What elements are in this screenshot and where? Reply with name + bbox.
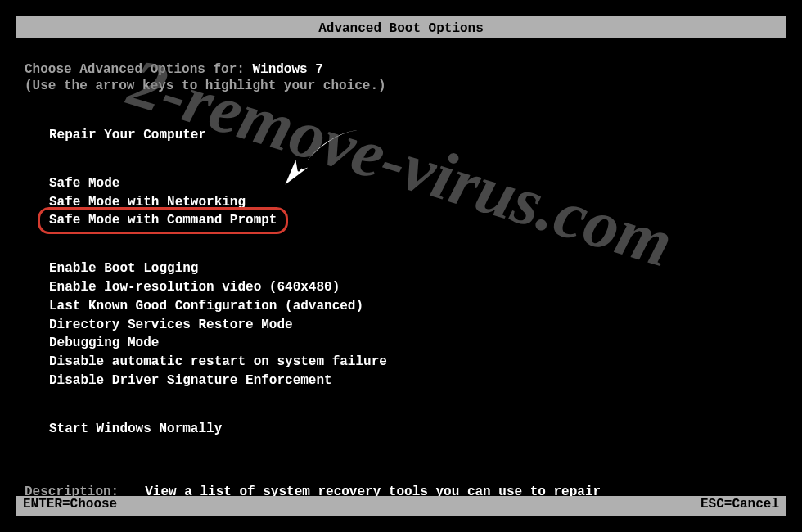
- menu-group: Safe ModeSafe Mode with NetworkingSafe M…: [44, 174, 777, 230]
- footer-esc: ESC=Cancel: [701, 497, 779, 512]
- menu-item[interactable]: Disable automatic restart on system fail…: [44, 353, 777, 372]
- prompt-os: Windows 7: [252, 62, 322, 77]
- menu-item[interactable]: Enable Boot Logging: [44, 259, 777, 278]
- menu-item-label: Disable Driver Signature Enforcement: [44, 372, 337, 390]
- menu-group: Enable Boot LoggingEnable low-resolution…: [44, 259, 777, 390]
- menu-item[interactable]: Start Windows Normally: [44, 420, 777, 439]
- menu-item[interactable]: Repair Your Computer: [44, 126, 777, 145]
- menu-item[interactable]: Safe Mode with Networking: [44, 193, 777, 212]
- menu-group: Repair Your Computer: [44, 126, 777, 145]
- menu-item-label: Debugging Mode: [44, 334, 164, 353]
- highlight-ring: [38, 207, 288, 234]
- menu-item-label: Enable low-resolution video (640x480): [44, 278, 345, 297]
- menu-item-label: Enable Boot Logging: [44, 259, 203, 278]
- menu-item[interactable]: Safe Mode with Command Prompt: [44, 211, 777, 230]
- menu-group: Start Windows Normally: [44, 420, 777, 439]
- content-area: Choose Advanced Options for: Windows 7 (…: [16, 38, 786, 522]
- screen-title: Advanced Boot Options: [318, 21, 484, 36]
- footer-bar: ENTER=Choose ESC=Cancel: [16, 496, 786, 512]
- menu-item[interactable]: Debugging Mode: [44, 334, 777, 353]
- footer-enter: ENTER=Choose: [23, 497, 117, 512]
- menu-item-label: Directory Services Restore Mode: [44, 316, 298, 335]
- menu-item[interactable]: Last Known Good Configuration (advanced): [44, 297, 777, 316]
- prompt-prefix: Choose Advanced Options for:: [25, 62, 252, 77]
- menu-item-label: Safe Mode with Networking: [44, 193, 250, 212]
- menu-item-label: Safe Mode with Command Prompt: [44, 211, 282, 230]
- boot-screen-frame: Advanced Boot Options Choose Advanced Op…: [16, 16, 786, 516]
- prompt-line: Choose Advanced Options for: Windows 7: [25, 62, 777, 77]
- menu-item-label: Start Windows Normally: [44, 420, 227, 439]
- hint-line: (Use the arrow keys to highlight your ch…: [25, 79, 777, 93]
- menu-item-label: Safe Mode: [44, 174, 124, 193]
- menu-container: Repair Your ComputerSafe ModeSafe Mode w…: [25, 126, 777, 439]
- menu-item[interactable]: Directory Services Restore Mode: [44, 316, 777, 335]
- menu-item[interactable]: Safe Mode: [44, 174, 777, 193]
- title-bar: Advanced Boot Options: [16, 20, 786, 38]
- menu-item-label: Last Known Good Configuration (advanced): [44, 297, 368, 316]
- menu-item-label: Repair Your Computer: [44, 126, 211, 145]
- menu-item[interactable]: Enable low-resolution video (640x480): [44, 278, 777, 297]
- menu-item[interactable]: Disable Driver Signature Enforcement: [44, 372, 777, 390]
- menu-item-label: Disable automatic restart on system fail…: [44, 353, 392, 372]
